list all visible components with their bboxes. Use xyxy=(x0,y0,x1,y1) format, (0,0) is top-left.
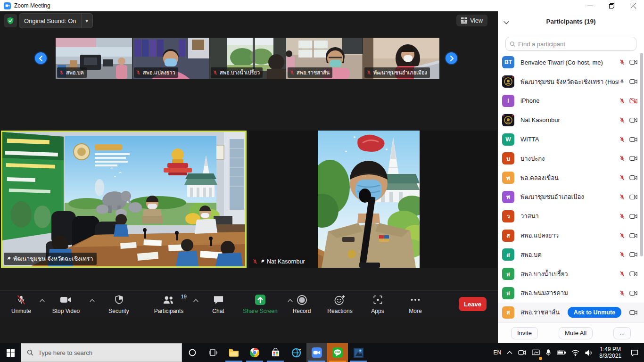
mic-muted-icon xyxy=(289,70,295,75)
speaker-video xyxy=(318,131,420,268)
participant-row[interactable]: สสพอ.บค xyxy=(498,245,644,264)
windows-taskbar: Type here to search LINE EN xyxy=(0,343,644,362)
share-screen-icon xyxy=(255,294,266,305)
avatar: บ xyxy=(502,152,514,165)
security-button[interactable]: Security xyxy=(100,293,138,315)
task-view-button[interactable] xyxy=(203,343,223,362)
start-button[interactable] xyxy=(0,343,21,362)
filmstrip-prev-button[interactable] xyxy=(34,51,48,65)
video-tile-secondary[interactable]: Nat Kasornbur xyxy=(249,131,497,268)
display-notification-icon[interactable] xyxy=(529,343,543,362)
mic-muted-icon xyxy=(619,194,625,200)
chevron-up-icon[interactable] xyxy=(90,296,95,304)
invite-button[interactable]: Invite xyxy=(511,327,538,339)
ask-to-unmute-button[interactable]: Ask to Unmute xyxy=(568,307,621,318)
filmstrip-thumbnail[interactable]: สพอ.บางน้ำเปรี้ยว xyxy=(209,38,286,79)
taskbar-app-file-explorer[interactable] xyxy=(223,343,244,362)
participant-name: สพอ.พนมสารคาม xyxy=(520,288,619,298)
original-sound-button[interactable]: Original Sound: On ▼ xyxy=(19,13,93,28)
participant-row[interactable]: IiPhone xyxy=(498,91,644,111)
taskbar-app-microsoft-store[interactable] xyxy=(265,343,286,362)
microphone-tray-icon[interactable] xyxy=(543,343,554,362)
participant-row[interactable]: BTBenvalee Tiwari (Co-host, me) xyxy=(498,53,644,72)
participant-row[interactable]: WWITTA xyxy=(498,130,644,149)
pin-icon xyxy=(260,259,265,264)
wifi-tray-icon[interactable] xyxy=(569,343,582,362)
encryption-shield-icon[interactable] xyxy=(4,14,17,27)
leave-button[interactable]: Leave xyxy=(459,297,487,311)
participant-search-input[interactable] xyxy=(518,41,632,48)
battery-tray-icon[interactable] xyxy=(554,343,569,362)
camera-on-icon xyxy=(629,310,637,315)
participant-row[interactable]: สสพอ.ราชสาส์นAsk to Unmute xyxy=(498,303,644,322)
participant-search[interactable] xyxy=(505,37,636,51)
original-sound-caret[interactable]: ▼ xyxy=(81,14,92,28)
taskbar-search-placeholder: Type here to search xyxy=(38,349,92,356)
participants-button[interactable]: Participants19 xyxy=(147,293,190,315)
mic-muted-icon xyxy=(619,98,625,104)
camera-on-icon xyxy=(629,79,637,84)
record-button[interactable]: Record xyxy=(286,293,318,315)
participant-row[interactable]: พพัฒนาชุมชนอำเภอเมือง xyxy=(498,188,644,207)
portrait-video xyxy=(318,131,420,268)
more-button[interactable]: More xyxy=(401,293,430,315)
thumbnail-name-chip: สพอ.แปลงยาว xyxy=(134,67,178,78)
taskbar-app-photos[interactable] xyxy=(348,343,369,362)
camera-on-icon xyxy=(629,117,637,123)
thumbnail-name-chip: สพอ.ราชสาส์น xyxy=(288,67,332,78)
share-screen-button[interactable]: Share Screen xyxy=(236,293,285,315)
taskbar-app-zoom[interactable] xyxy=(306,343,327,362)
taskbar-search[interactable]: Type here to search xyxy=(21,343,182,362)
participant-row[interactable]: พพอ.คลองเขื่อน xyxy=(498,168,644,188)
chevron-up-icon[interactable] xyxy=(40,296,45,304)
camera-off-icon xyxy=(629,98,637,104)
camera-on-icon xyxy=(629,271,637,277)
close-button[interactable] xyxy=(622,0,644,11)
taskbar-app-internet-explorer[interactable] xyxy=(286,343,306,362)
taskbar-clock[interactable]: 1:49 PM 8/3/2021 xyxy=(595,346,625,359)
taskbar-app-chrome[interactable] xyxy=(244,343,265,362)
chat-button[interactable]: Chat xyxy=(205,293,232,315)
chat-icon xyxy=(213,294,224,305)
restore-button[interactable] xyxy=(601,0,622,11)
stop-video-button[interactable]: Stop Video xyxy=(45,293,87,315)
panel-more-button[interactable]: ... xyxy=(613,327,631,339)
participant-row[interactable]: บบางปะกง xyxy=(498,149,644,168)
participant-row[interactable]: ววาสนา xyxy=(498,206,644,226)
reactions-button[interactable]: Reactions xyxy=(323,293,356,315)
participant-row[interactable]: พัฒนาชุมชน จังหวัดฉะเชิงเทรา (Host) xyxy=(498,72,644,91)
volume-tray-icon[interactable] xyxy=(582,343,595,362)
panel-scrollbar[interactable] xyxy=(640,53,643,256)
panel-collapse-chevron-icon[interactable] xyxy=(504,18,509,26)
filmstrip-next-button[interactable] xyxy=(445,51,458,65)
participants-title: Participants (19) xyxy=(498,18,644,25)
language-indicator[interactable]: EN xyxy=(491,343,504,362)
window-title: Zoom Meeting xyxy=(14,2,50,9)
filmstrip-thumbnail[interactable]: พัฒนาชุมชนอำเภอเมือง xyxy=(363,38,439,79)
thumbnail-name-chip: สพอ.บางน้ำเปรี้ยว xyxy=(211,67,263,78)
apps-button[interactable]: Apps xyxy=(364,293,391,315)
mute-all-button[interactable]: Mute All xyxy=(559,327,593,339)
filmstrip-thumbnail[interactable]: สพอ.ราชสาส์น xyxy=(286,38,363,79)
participant-row[interactable]: สสพอ.แปลงยาว xyxy=(498,226,644,245)
view-button[interactable]: View xyxy=(456,15,487,26)
taskbar-app-line[interactable]: LINE xyxy=(327,343,348,362)
zoom-tray-icon[interactable] xyxy=(515,343,529,362)
video-tile-main[interactable]: พัฒนาชุมชน จังหวัดฉะเชิงเทรา xyxy=(1,131,247,268)
participant-row[interactable]: Nat Kasornbur xyxy=(498,110,644,130)
tray-expand-chevron-icon[interactable] xyxy=(504,343,515,362)
unmute-button[interactable]: Unmute xyxy=(6,293,37,315)
chevron-up-icon[interactable] xyxy=(193,296,198,304)
filmstrip-thumbnail[interactable]: สพอ.แปลงยาว xyxy=(132,38,209,79)
filmstrip-thumbnail[interactable]: สพอ.บค xyxy=(56,38,132,79)
video-stage: พัฒนาชุมชน จังหวัดฉะเชิงเทรา xyxy=(0,131,498,268)
minimize-button[interactable] xyxy=(579,0,601,11)
zoom-icon xyxy=(312,347,322,358)
cortana-button[interactable] xyxy=(182,343,203,362)
action-center-button[interactable] xyxy=(625,343,644,362)
participant-name: พัฒนาชุมชน จังหวัดฉะเชิงเทรา (Host) xyxy=(520,77,619,87)
participant-row[interactable]: สสพอ.พนมสารคาม xyxy=(498,284,644,303)
apps-icon xyxy=(372,294,383,305)
filmstrip: สพอ.บคสพอ.แปลงยาวสพอ.บางน้ำเปรี้ยวสพอ.รา… xyxy=(0,38,498,79)
participant-row[interactable]: สสพอ.บางน้ำเปรี้ยว xyxy=(498,264,644,284)
